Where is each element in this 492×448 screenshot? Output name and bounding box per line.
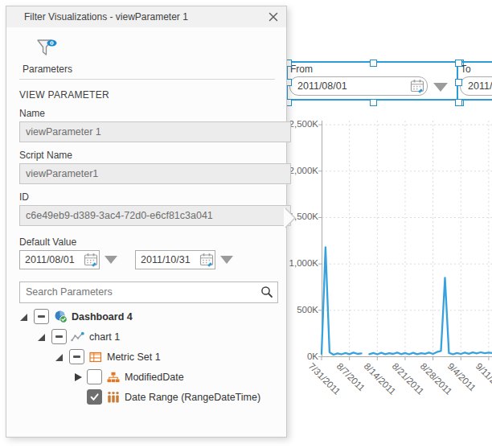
default-end-date-box [135,250,215,269]
data-series-line [322,247,492,355]
screen: 0K500K1,000K1,500K2,000K2,500K 7/31/2011… [0,0,492,448]
id-label: ID [19,191,29,203]
selection-handle[interactable] [455,60,462,67]
tree-item-label: ModifiedDate [125,372,184,383]
calendar-icon[interactable] [199,253,214,267]
hierarchy-icon [106,370,121,384]
default-value-row [19,250,233,269]
separator [19,79,275,80]
dropdown-arrow-icon[interactable] [105,256,117,264]
id-input[interactable] [19,205,291,226]
expander-expanded-icon[interactable] [19,312,29,322]
parameter-tree: Dashboard 4chart 1Metric Set 1ModifiedDa… [6,306,286,407]
selection-handle[interactable] [370,99,377,106]
checkbox-indeterminate[interactable] [51,329,67,344]
tree-item-modifieddate[interactable]: ModifiedDate [72,367,286,387]
to-filter-widget[interactable]: To [457,61,492,101]
tree-item-date-range-rangedatetime[interactable]: Date Range (RangeDateTime) [72,387,286,407]
tree-item-label: Date Range (RangeDateTime) [125,392,260,403]
search-icon[interactable] [260,286,273,298]
dashboard-icon [53,310,68,323]
chart-icon [71,330,85,343]
checkbox-checked[interactable] [87,389,102,405]
script-name-input[interactable] [19,163,291,184]
dropdown-arrow-icon[interactable] [433,83,448,92]
expander-collapsed-icon[interactable] [72,372,82,382]
panel-titlebar: Filter Visualizations - viewParameter 1 [6,6,286,27]
filter-eye-icon [35,38,59,64]
search-input[interactable] [20,282,262,301]
panel-callout-arrow [285,208,297,228]
parameters-tab-label: Parameters [23,64,72,75]
selection-handle[interactable] [455,99,462,106]
default-start-date-box [19,250,100,269]
from-label: From [290,64,313,75]
tree-item-label: chart 1 [89,331,120,343]
calendar-icon[interactable] [84,253,98,267]
panel-title: Filter Visualizations - viewParameter 1 [24,11,188,23]
script-name-label: Script Name [19,150,72,161]
checkbox-indeterminate[interactable] [69,349,84,364]
expander-expanded-icon[interactable] [37,332,47,342]
name-input[interactable] [19,121,291,142]
tree-item-label: Dashboard 4 [72,311,133,323]
calendar-icon[interactable] [410,79,424,93]
columns-icon [106,390,121,404]
default-value-label: Default Value [19,236,76,248]
tree-item-metric-set-1[interactable]: Metric Set 1 [55,347,286,367]
selection-handle[interactable] [370,60,377,67]
metric-set-icon [88,350,103,364]
selection-handle[interactable] [455,79,462,86]
x-tick-label: 9/11/2011 [474,361,492,396]
to-date-input[interactable] [460,76,492,96]
tree-item-label: Metric Set 1 [107,351,161,363]
from-filter-widget[interactable]: From [286,61,458,101]
checkbox-indeterminate[interactable] [34,309,49,324]
search-box [19,282,278,303]
name-label: Name [19,108,45,119]
expander-spacer [72,393,82,402]
close-icon[interactable] [267,10,280,23]
tab-parameters[interactable]: Parameters [23,36,79,78]
filter-visualizations-panel: Filter Visualizations - viewParameter 1 … [6,6,287,438]
section-title: VIEW PARAMETER [19,89,109,101]
line-chart [316,114,492,365]
expander-expanded-icon[interactable] [55,352,64,362]
tree-item-dashboard-4[interactable]: Dashboard 4 [19,306,286,327]
checkbox-unchecked[interactable] [87,369,102,384]
dropdown-arrow-icon[interactable] [220,256,233,264]
tree-item-chart-1[interactable]: chart 1 [37,327,286,347]
from-date-input[interactable] [289,76,428,96]
